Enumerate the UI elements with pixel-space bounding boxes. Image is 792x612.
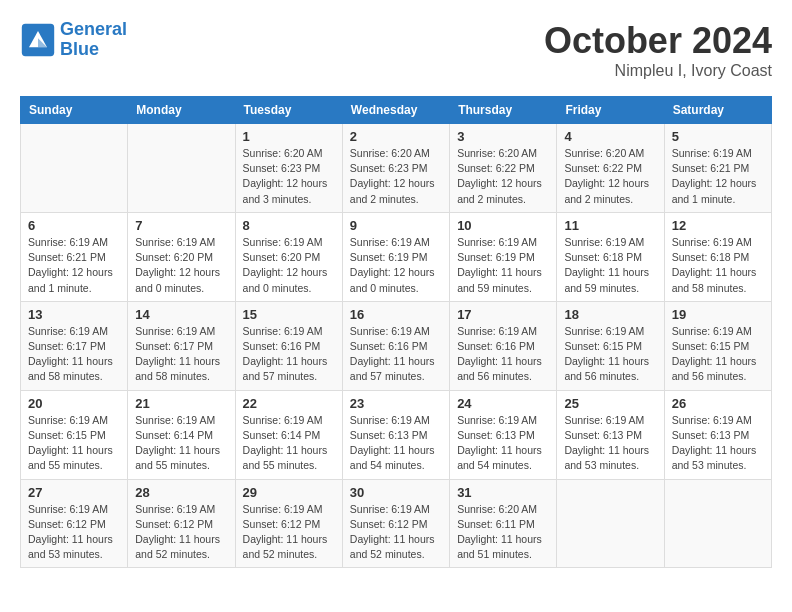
calendar-row-3: 13Sunrise: 6:19 AM Sunset: 6:17 PM Dayli…	[21, 301, 772, 390]
logo: General Blue	[20, 20, 127, 60]
header-tuesday: Tuesday	[235, 97, 342, 124]
day-number: 20	[28, 396, 120, 411]
day-detail: Sunrise: 6:19 AM Sunset: 6:15 PM Dayligh…	[28, 413, 120, 474]
calendar-cell: 1Sunrise: 6:20 AM Sunset: 6:23 PM Daylig…	[235, 124, 342, 213]
day-number: 27	[28, 485, 120, 500]
header-thursday: Thursday	[450, 97, 557, 124]
day-number: 26	[672, 396, 764, 411]
calendar-row-1: 1Sunrise: 6:20 AM Sunset: 6:23 PM Daylig…	[21, 124, 772, 213]
day-number: 12	[672, 218, 764, 233]
day-number: 17	[457, 307, 549, 322]
day-number: 4	[564, 129, 656, 144]
calendar-cell: 11Sunrise: 6:19 AM Sunset: 6:18 PM Dayli…	[557, 212, 664, 301]
logo-general: General	[60, 19, 127, 39]
day-detail: Sunrise: 6:19 AM Sunset: 6:15 PM Dayligh…	[672, 324, 764, 385]
day-detail: Sunrise: 6:19 AM Sunset: 6:13 PM Dayligh…	[672, 413, 764, 474]
calendar-cell: 13Sunrise: 6:19 AM Sunset: 6:17 PM Dayli…	[21, 301, 128, 390]
calendar-cell: 26Sunrise: 6:19 AM Sunset: 6:13 PM Dayli…	[664, 390, 771, 479]
day-detail: Sunrise: 6:19 AM Sunset: 6:18 PM Dayligh…	[672, 235, 764, 296]
logo-blue: Blue	[60, 39, 99, 59]
day-detail: Sunrise: 6:19 AM Sunset: 6:19 PM Dayligh…	[350, 235, 442, 296]
day-number: 18	[564, 307, 656, 322]
calendar-cell: 20Sunrise: 6:19 AM Sunset: 6:15 PM Dayli…	[21, 390, 128, 479]
calendar-cell	[21, 124, 128, 213]
day-detail: Sunrise: 6:19 AM Sunset: 6:17 PM Dayligh…	[135, 324, 227, 385]
calendar-cell: 8Sunrise: 6:19 AM Sunset: 6:20 PM Daylig…	[235, 212, 342, 301]
day-detail: Sunrise: 6:19 AM Sunset: 6:19 PM Dayligh…	[457, 235, 549, 296]
calendar-cell: 31Sunrise: 6:20 AM Sunset: 6:11 PM Dayli…	[450, 479, 557, 568]
header: General Blue October 2024 Nimpleu I, Ivo…	[20, 20, 772, 80]
day-number: 14	[135, 307, 227, 322]
calendar-cell	[664, 479, 771, 568]
day-number: 11	[564, 218, 656, 233]
day-number: 25	[564, 396, 656, 411]
day-detail: Sunrise: 6:19 AM Sunset: 6:16 PM Dayligh…	[457, 324, 549, 385]
day-number: 10	[457, 218, 549, 233]
calendar-cell: 21Sunrise: 6:19 AM Sunset: 6:14 PM Dayli…	[128, 390, 235, 479]
calendar-cell: 16Sunrise: 6:19 AM Sunset: 6:16 PM Dayli…	[342, 301, 449, 390]
calendar-cell: 14Sunrise: 6:19 AM Sunset: 6:17 PM Dayli…	[128, 301, 235, 390]
day-number: 29	[243, 485, 335, 500]
header-row: SundayMondayTuesdayWednesdayThursdayFrid…	[21, 97, 772, 124]
day-detail: Sunrise: 6:19 AM Sunset: 6:12 PM Dayligh…	[135, 502, 227, 563]
day-detail: Sunrise: 6:19 AM Sunset: 6:21 PM Dayligh…	[28, 235, 120, 296]
calendar-cell	[128, 124, 235, 213]
calendar-row-2: 6Sunrise: 6:19 AM Sunset: 6:21 PM Daylig…	[21, 212, 772, 301]
header-monday: Monday	[128, 97, 235, 124]
day-detail: Sunrise: 6:19 AM Sunset: 6:13 PM Dayligh…	[564, 413, 656, 474]
day-detail: Sunrise: 6:19 AM Sunset: 6:21 PM Dayligh…	[672, 146, 764, 207]
calendar-cell: 17Sunrise: 6:19 AM Sunset: 6:16 PM Dayli…	[450, 301, 557, 390]
day-number: 1	[243, 129, 335, 144]
day-number: 8	[243, 218, 335, 233]
calendar-cell: 18Sunrise: 6:19 AM Sunset: 6:15 PM Dayli…	[557, 301, 664, 390]
calendar-cell: 6Sunrise: 6:19 AM Sunset: 6:21 PM Daylig…	[21, 212, 128, 301]
calendar-cell: 5Sunrise: 6:19 AM Sunset: 6:21 PM Daylig…	[664, 124, 771, 213]
calendar-header: SundayMondayTuesdayWednesdayThursdayFrid…	[21, 97, 772, 124]
day-detail: Sunrise: 6:19 AM Sunset: 6:18 PM Dayligh…	[564, 235, 656, 296]
day-detail: Sunrise: 6:20 AM Sunset: 6:11 PM Dayligh…	[457, 502, 549, 563]
calendar-cell: 30Sunrise: 6:19 AM Sunset: 6:12 PM Dayli…	[342, 479, 449, 568]
day-number: 6	[28, 218, 120, 233]
header-sunday: Sunday	[21, 97, 128, 124]
day-detail: Sunrise: 6:19 AM Sunset: 6:14 PM Dayligh…	[243, 413, 335, 474]
calendar-cell: 24Sunrise: 6:19 AM Sunset: 6:13 PM Dayli…	[450, 390, 557, 479]
header-saturday: Saturday	[664, 97, 771, 124]
page-subtitle: Nimpleu I, Ivory Coast	[544, 62, 772, 80]
day-number: 21	[135, 396, 227, 411]
calendar-cell: 28Sunrise: 6:19 AM Sunset: 6:12 PM Dayli…	[128, 479, 235, 568]
day-detail: Sunrise: 6:19 AM Sunset: 6:16 PM Dayligh…	[243, 324, 335, 385]
day-number: 31	[457, 485, 549, 500]
day-number: 28	[135, 485, 227, 500]
calendar-body: 1Sunrise: 6:20 AM Sunset: 6:23 PM Daylig…	[21, 124, 772, 568]
day-detail: Sunrise: 6:19 AM Sunset: 6:13 PM Dayligh…	[350, 413, 442, 474]
day-number: 16	[350, 307, 442, 322]
day-detail: Sunrise: 6:19 AM Sunset: 6:13 PM Dayligh…	[457, 413, 549, 474]
calendar-cell: 3Sunrise: 6:20 AM Sunset: 6:22 PM Daylig…	[450, 124, 557, 213]
day-detail: Sunrise: 6:19 AM Sunset: 6:17 PM Dayligh…	[28, 324, 120, 385]
title-block: October 2024 Nimpleu I, Ivory Coast	[544, 20, 772, 80]
calendar-table: SundayMondayTuesdayWednesdayThursdayFrid…	[20, 96, 772, 568]
day-number: 3	[457, 129, 549, 144]
calendar-cell: 12Sunrise: 6:19 AM Sunset: 6:18 PM Dayli…	[664, 212, 771, 301]
day-detail: Sunrise: 6:19 AM Sunset: 6:12 PM Dayligh…	[28, 502, 120, 563]
calendar-cell: 22Sunrise: 6:19 AM Sunset: 6:14 PM Dayli…	[235, 390, 342, 479]
calendar-cell: 23Sunrise: 6:19 AM Sunset: 6:13 PM Dayli…	[342, 390, 449, 479]
day-detail: Sunrise: 6:19 AM Sunset: 6:20 PM Dayligh…	[243, 235, 335, 296]
calendar-cell: 7Sunrise: 6:19 AM Sunset: 6:20 PM Daylig…	[128, 212, 235, 301]
day-detail: Sunrise: 6:19 AM Sunset: 6:14 PM Dayligh…	[135, 413, 227, 474]
day-detail: Sunrise: 6:19 AM Sunset: 6:12 PM Dayligh…	[243, 502, 335, 563]
calendar-cell: 4Sunrise: 6:20 AM Sunset: 6:22 PM Daylig…	[557, 124, 664, 213]
day-detail: Sunrise: 6:19 AM Sunset: 6:16 PM Dayligh…	[350, 324, 442, 385]
calendar-cell: 27Sunrise: 6:19 AM Sunset: 6:12 PM Dayli…	[21, 479, 128, 568]
calendar-cell: 25Sunrise: 6:19 AM Sunset: 6:13 PM Dayli…	[557, 390, 664, 479]
header-friday: Friday	[557, 97, 664, 124]
calendar-cell: 29Sunrise: 6:19 AM Sunset: 6:12 PM Dayli…	[235, 479, 342, 568]
day-detail: Sunrise: 6:19 AM Sunset: 6:20 PM Dayligh…	[135, 235, 227, 296]
day-detail: Sunrise: 6:20 AM Sunset: 6:23 PM Dayligh…	[243, 146, 335, 207]
day-detail: Sunrise: 6:19 AM Sunset: 6:12 PM Dayligh…	[350, 502, 442, 563]
calendar-row-5: 27Sunrise: 6:19 AM Sunset: 6:12 PM Dayli…	[21, 479, 772, 568]
day-detail: Sunrise: 6:19 AM Sunset: 6:15 PM Dayligh…	[564, 324, 656, 385]
calendar-cell: 19Sunrise: 6:19 AM Sunset: 6:15 PM Dayli…	[664, 301, 771, 390]
day-detail: Sunrise: 6:20 AM Sunset: 6:22 PM Dayligh…	[457, 146, 549, 207]
day-number: 23	[350, 396, 442, 411]
